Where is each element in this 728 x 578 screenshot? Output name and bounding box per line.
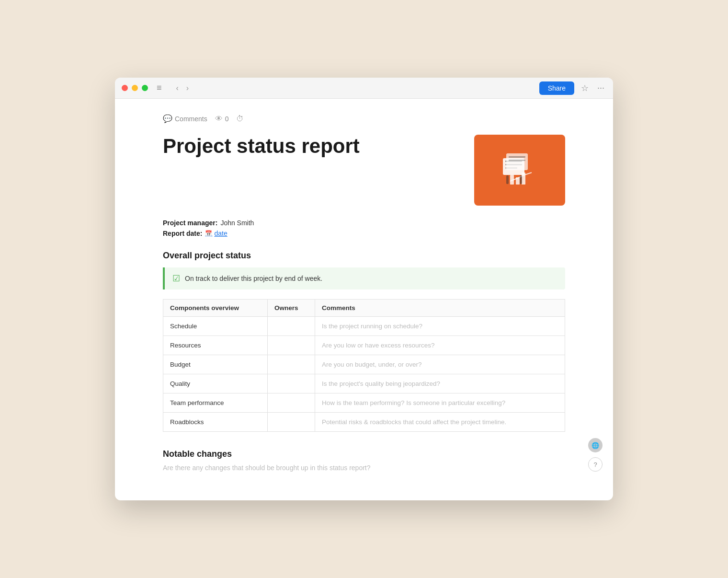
owners-cell[interactable] — [267, 336, 315, 355]
back-button[interactable]: ‹ — [173, 83, 182, 93]
float-buttons: 🌐 ? — [588, 438, 603, 472]
maximize-button[interactable] — [142, 85, 148, 91]
document-meta-bar: 💬 Comments 👁 0 ⏱ — [163, 114, 565, 123]
notable-changes-placeholder[interactable]: Are there any changes that should be bro… — [163, 464, 565, 472]
views-button[interactable]: 👁 0 — [215, 115, 229, 123]
notable-changes-section: Notable changes Are there any changes th… — [163, 449, 565, 472]
comments-cell[interactable]: Potential risks & roadblocks that could … — [315, 413, 565, 432]
help-button[interactable]: ? — [588, 457, 603, 472]
svg-rect-10 — [506, 175, 509, 184]
favorite-button[interactable]: ☆ — [579, 81, 591, 95]
component-cell[interactable]: Resources — [163, 336, 268, 355]
svg-rect-4 — [506, 153, 528, 170]
project-manager-field: Project manager: John Smith — [163, 219, 565, 227]
document-fields: Project manager: John Smith Report date:… — [163, 219, 565, 237]
document-header: Project status report — [163, 135, 565, 206]
check-icon: ☑ — [172, 273, 180, 284]
app-window: ≡ ‹ › Share ☆ ··· 💬 Comments 👁 0 ⏱ — [115, 78, 613, 500]
component-cell[interactable]: Quality — [163, 374, 268, 393]
owners-cell[interactable] — [267, 317, 315, 336]
list-icon: ≡ — [157, 83, 162, 92]
comments-cell[interactable]: Is the project's quality being jeopardiz… — [315, 374, 565, 393]
table-row: QualityIs the project's quality being je… — [163, 374, 565, 393]
cover-illustration — [496, 149, 544, 192]
report-date-value: date — [214, 230, 227, 237]
views-count: 0 — [225, 115, 229, 123]
close-button[interactable] — [122, 85, 128, 91]
forward-button[interactable]: › — [183, 83, 192, 93]
comments-cell[interactable]: Is the project running on schedule? — [315, 317, 565, 336]
component-cell[interactable]: Budget — [163, 355, 268, 374]
comment-icon: 💬 — [163, 114, 172, 123]
project-manager-value: John Smith — [220, 219, 254, 227]
table-row: ResourcesAre you low or have excess reso… — [163, 336, 565, 355]
more-options-button[interactable]: ··· — [595, 81, 606, 95]
table-row: RoadblocksPotential risks & roadblocks t… — [163, 413, 565, 432]
owners-cell[interactable] — [267, 413, 315, 432]
document-cover — [474, 135, 565, 206]
overall-status-title: Overall project status — [163, 251, 565, 261]
document-content: 💬 Comments 👁 0 ⏱ Project status report — [115, 99, 613, 500]
col-components: Components overview — [163, 300, 268, 317]
owners-cell[interactable] — [267, 393, 315, 413]
comments-cell[interactable]: How is the team performing? Is someone i… — [315, 393, 565, 413]
owners-cell[interactable] — [267, 374, 315, 393]
calendar-icon: 📅 — [205, 230, 212, 237]
report-date-field: Report date: 📅 date — [163, 230, 565, 237]
svg-rect-11 — [520, 175, 522, 184]
comments-cell[interactable]: Are you low or have excess resources? — [315, 336, 565, 355]
component-cell[interactable]: Schedule — [163, 317, 268, 336]
notable-changes-title: Notable changes — [163, 449, 565, 459]
bubble-button[interactable]: 🌐 — [588, 438, 603, 452]
owners-cell[interactable] — [267, 355, 315, 374]
share-button[interactable]: Share — [539, 81, 574, 95]
comments-button[interactable]: 💬 Comments — [163, 114, 207, 123]
report-date-label: Report date: — [163, 230, 202, 237]
eye-icon: 👁 — [215, 115, 223, 123]
comments-label: Comments — [175, 115, 207, 123]
svg-rect-6 — [509, 160, 525, 161]
status-banner: ☑ On track to deliver this project by en… — [163, 267, 565, 289]
project-manager-label: Project manager: — [163, 219, 217, 227]
titlebar: ≡ ‹ › Share ☆ ··· — [115, 78, 613, 99]
col-owners: Owners — [267, 300, 315, 317]
table-row: Team performanceHow is the team performi… — [163, 393, 565, 413]
components-table: Components overview Owners Comments Sche… — [163, 299, 565, 432]
document-title: Project status report — [163, 135, 360, 158]
report-date-link[interactable]: 📅 date — [205, 230, 227, 237]
component-cell[interactable]: Roadblocks — [163, 413, 268, 432]
comments-cell[interactable]: Are you on budget, under, or over? — [315, 355, 565, 374]
traffic-lights — [122, 85, 148, 91]
timer-icon: ⏱ — [236, 115, 244, 123]
svg-rect-5 — [509, 156, 525, 158]
table-row: ScheduleIs the project running on schedu… — [163, 317, 565, 336]
titlebar-right: Share ☆ ··· — [539, 81, 606, 95]
minimize-button[interactable] — [132, 85, 138, 91]
table-row: BudgetAre you on budget, under, or over? — [163, 355, 565, 374]
component-cell[interactable]: Team performance — [163, 393, 268, 413]
table-header-row: Components overview Owners Comments — [163, 300, 565, 317]
navigation-buttons: ‹ › — [173, 83, 192, 93]
col-comments: Comments — [315, 300, 565, 317]
sidebar-toggle-button[interactable]: ≡ — [154, 82, 165, 94]
timer-button[interactable]: ⏱ — [236, 115, 244, 123]
status-message: On track to deliver this project by end … — [185, 275, 322, 282]
